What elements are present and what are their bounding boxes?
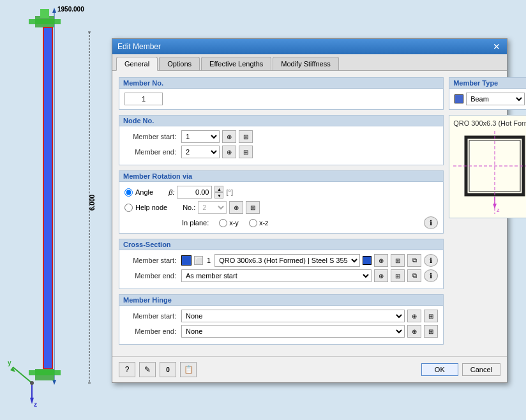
svg-rect-14	[29, 370, 61, 375]
svg-text:y: y	[8, 359, 11, 366]
xz-label: x-z	[259, 219, 269, 227]
cs-end-select[interactable]: As member start	[181, 269, 372, 282]
svg-point-21	[30, 381, 34, 385]
rotation-info-button[interactable]: ℹ	[424, 216, 438, 229]
cs-shape-icon: ⬜	[194, 256, 203, 265]
cs-number: 1	[207, 257, 211, 264]
cs-end-row: Member end: As member start ⊕ ⊞ ⧉ ℹ	[124, 269, 438, 282]
svg-rect-11	[43, 27, 52, 369]
helpnode-radio[interactable]	[124, 204, 133, 212]
cs-end-pick-button[interactable]: ⊕	[374, 269, 388, 282]
ok-button[interactable]: OK	[421, 363, 458, 376]
hinge-start-row: Member start: None ⊕ ⊞	[124, 310, 438, 322]
cs-end-info-button[interactable]: ℹ	[424, 269, 438, 282]
dialog-body: Member No. Node No. Member start: 1 2 ⊕	[112, 71, 507, 356]
member-type-body: Beam Column Truss Tension Compression ✎	[449, 89, 526, 109]
right-panel: Member Type Beam Column Truss Tension Co…	[449, 77, 526, 350]
cross-section-header: Cross-Section	[119, 239, 443, 250]
cs-new-button[interactable]: ⊞	[391, 254, 405, 267]
hinge-start-select[interactable]: None	[181, 310, 405, 322]
tab-bar: General Options Effective Lengths Modify…	[112, 54, 507, 71]
cs-pick-button[interactable]: ⊕	[374, 254, 388, 267]
member-type-section: Member Type Beam Column Truss Tension Co…	[449, 77, 526, 110]
angle-radio-label: Angle	[135, 188, 153, 196]
edit-table-button[interactable]: ✎	[139, 362, 156, 377]
tab-modify-stiffness[interactable]: Modify Stiffness	[273, 57, 338, 70]
member-no-input[interactable]	[124, 93, 163, 105]
cs-name-select[interactable]: QRO 300x6.3 (Hot Formed) | Steel S 355	[214, 254, 360, 267]
xz-radio-label: x-z	[249, 219, 269, 227]
cs-end-new-button[interactable]: ⊞	[391, 269, 405, 282]
angle-spinner: ▲ ▼	[214, 186, 223, 199]
edit-member-dialog: Edit Member ✕ General Options Effective …	[112, 38, 507, 383]
inplane-label: In plane:	[182, 219, 209, 227]
member-start-select[interactable]: 1 2	[181, 130, 220, 143]
inplane-row: In plane: x-y x-z ℹ	[182, 216, 438, 229]
3d-scene: 1950.000 6.000 y z	[0, 0, 115, 420]
add-end-node-button[interactable]: ⊞	[239, 146, 253, 158]
angle-input[interactable]	[177, 186, 212, 199]
cs-info-button[interactable]: ℹ	[424, 254, 438, 267]
cs-end-copy-button[interactable]: ⧉	[407, 269, 421, 282]
member-no-header: Member No.	[119, 78, 443, 89]
helpnode-select[interactable]: 2	[198, 201, 227, 214]
cs-preview-title: QRO 300x6.3 (Hot Formed)	[453, 119, 526, 127]
member-end-select[interactable]: 2 1	[181, 146, 220, 158]
member-type-select[interactable]: Beam Column Truss Tension Compression	[466, 93, 525, 105]
add-helpnode-button[interactable]: ⊞	[246, 201, 260, 214]
angle-radio-row: Angle β: ▲ ▼ [°]	[124, 186, 438, 199]
hinge-end-new-button[interactable]: ⊞	[424, 325, 438, 338]
pick-end-node-button[interactable]: ⊕	[222, 146, 236, 158]
zero-button[interactable]: 0	[160, 362, 176, 377]
pick-helpnode-button[interactable]: ⊕	[229, 201, 243, 214]
member-rotation-header: Member Rotation via	[119, 171, 443, 182]
hinge-start-pick-button[interactable]: ⊕	[407, 310, 421, 322]
angle-input-row: β: ▲ ▼ [°]	[169, 186, 233, 199]
hinge-end-pick-button[interactable]: ⊕	[407, 325, 421, 338]
member-hinge-body: Member start: None ⊕ ⊞ Member end: None …	[119, 306, 443, 344]
cs-start-row: Member start: ⬜ 1 QRO 300x6.3 (Hot Forme…	[124, 254, 438, 267]
dialog-footer: ? ✎ 0 📋 OK Cancel	[112, 356, 507, 382]
cs-color-indicator	[181, 255, 192, 266]
member-hinge-header: Member Hinge	[119, 295, 443, 306]
node-no-header: Node No.	[119, 116, 443, 126]
cs-end-color	[363, 256, 372, 265]
svg-text:z: z	[34, 401, 37, 408]
angle-spin-up[interactable]: ▲	[214, 186, 223, 192]
angle-radio[interactable]	[124, 188, 133, 197]
angle-spin-down[interactable]: ▼	[214, 192, 223, 199]
svg-rect-9	[29, 19, 61, 24]
member-type-color	[455, 94, 463, 103]
helpnode-radio-label: Help node	[135, 204, 167, 211]
hinge-end-row: Member end: None ⊕ ⊞	[124, 325, 438, 338]
hinge-start-label: Member start:	[124, 312, 179, 320]
cs-preview-panel: QRO 300x6.3 (Hot Formed)	[449, 115, 526, 218]
cs-copy-button[interactable]: ⧉	[407, 254, 421, 267]
beta-label: β:	[169, 188, 174, 196]
member-end-label: Member end:	[124, 148, 179, 156]
helpnode-input-row: No.: 2 ⊕ ⊞	[183, 201, 260, 214]
report-button[interactable]: 📋	[180, 362, 197, 377]
svg-text:1950.000: 1950.000	[57, 6, 84, 13]
tab-options[interactable]: Options	[159, 57, 200, 70]
pick-start-node-button[interactable]: ⊕	[222, 130, 236, 143]
xy-radio[interactable]	[219, 219, 227, 227]
help-button[interactable]: ?	[119, 362, 135, 377]
add-start-node-button[interactable]: ⊞	[239, 130, 253, 143]
cs-start-label: Member start:	[124, 257, 179, 264]
cancel-button[interactable]: Cancel	[462, 363, 500, 376]
xz-radio[interactable]	[249, 219, 257, 227]
hinge-end-select[interactable]: None	[181, 325, 405, 338]
member-start-row: Member start: 1 2 ⊕ ⊞	[124, 130, 438, 143]
member-rotation-section: Member Rotation via Angle β: ▲ ▼	[119, 170, 444, 234]
cross-section-section: Cross-Section Member start: ⬜ 1 QRO 300x…	[119, 239, 444, 289]
angle-unit: [°]	[226, 188, 233, 196]
tab-general[interactable]: General	[116, 57, 158, 71]
hinge-start-new-button[interactable]: ⊞	[424, 310, 438, 322]
tab-effective-lengths[interactable]: Effective Lengths	[201, 57, 271, 70]
xy-label: x-y	[229, 219, 239, 227]
svg-rect-10	[40, 9, 49, 18]
member-type-header: Member Type	[449, 78, 526, 89]
close-button[interactable]: ✕	[492, 42, 502, 51]
xy-radio-label: x-y	[219, 219, 239, 227]
